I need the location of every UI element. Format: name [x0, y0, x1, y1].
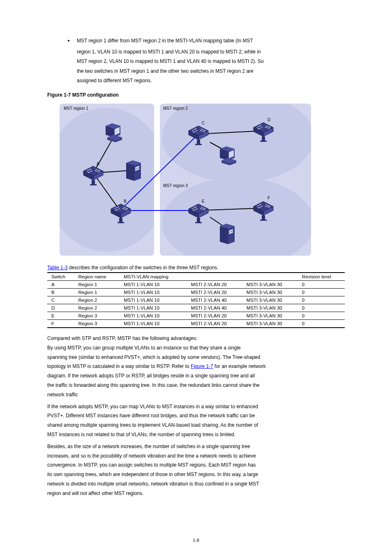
bullet-line: MST region 1 differ from MST region 2 in… — [77, 38, 253, 44]
para-text: topology in MSTP is calculated in a way … — [47, 363, 191, 369]
para-line: shared among multiple spanning trees to … — [47, 421, 345, 430]
svg-line-16 — [93, 173, 120, 210]
para-line: MST instances is not related to that of … — [47, 430, 345, 439]
para-line: topology in MSTP is calculated in a way … — [47, 362, 345, 371]
table-header-row: Switch Region name MSTI-VLAN mapping Rev… — [47, 273, 345, 281]
bullet-line: assigned to different MST regions. — [77, 77, 345, 85]
para-line: convergence. In MSTP, you can assign swi… — [47, 460, 345, 470]
para-line: PVST+. Different MST instances have diff… — [47, 411, 345, 421]
table-caption-text: describes the configuration of the switc… — [67, 265, 218, 271]
table-caption: Table 1-3 describes the configuration of… — [47, 265, 345, 271]
para-line: network traffic — [47, 390, 345, 400]
switch-b-icon — [111, 204, 131, 223]
para-line: the traffic is forwarded along this span… — [47, 381, 345, 390]
bullet-line: the two switches in MST region 1 and the… — [77, 67, 345, 75]
para-line: region and will not affect other MST reg… — [47, 489, 345, 498]
label-region3: MST region 3 — [163, 183, 188, 188]
para-line: By using MSTP, you can group multiple VL… — [47, 343, 345, 353]
config-table: Switch Region name MSTI-VLAN mapping Rev… — [47, 272, 345, 328]
body-paragraphs: Compared with STP and RSTP, MSTP has the… — [47, 334, 345, 498]
switch-d-icon — [254, 123, 273, 142]
switch-c-icon — [189, 126, 208, 145]
computer-r1-icon — [106, 123, 122, 142]
label-f: F — [267, 196, 270, 200]
figure-link[interactable]: Figure 1-7 — [191, 363, 213, 369]
label-c: C — [202, 121, 205, 125]
table-row: FRegion 3MSTI 1-VLAN 10MSTI 2-VLAN 20MST… — [47, 319, 345, 328]
table-row: ERegion 3MSTI 1-VLAN 10MSTI 2-VLAN 20MST… — [47, 312, 345, 319]
para-line: diagram. If the network adopts STP or RS… — [47, 371, 345, 381]
para-line: increases, and so is the possibility of … — [47, 451, 345, 461]
th-mapping: MSTI-VLAN mapping — [120, 273, 187, 281]
table-row: BRegion 1MSTI 1-VLAN 10MSTI 2-VLAN 20MST… — [47, 288, 345, 296]
server-r1-icon — [126, 160, 141, 181]
th-switch: Switch — [47, 273, 74, 281]
figure-caption: Figure 1-7 MSTP configuration — [47, 92, 345, 98]
label-d: D — [267, 118, 270, 122]
label-a: A — [97, 162, 99, 166]
table-row: ARegion 1MSTI 1-VLAN 10MSTI 2-VLAN 20MST… — [47, 280, 345, 288]
bullet-line: region 1, VLAN 10 is mapped to MSTI 1 an… — [77, 48, 345, 56]
label-b: B — [124, 199, 127, 204]
para-line: spanning tree (similar to enhanced PVST+… — [47, 353, 345, 362]
server-r3-icon — [220, 224, 235, 244]
th-blank1 — [187, 273, 242, 281]
table-row: CRegion 2MSTI 1-VLAN 10MSTI 2-VLAN 40MST… — [47, 296, 345, 304]
network-diagram: A B C D E F MST region 1 MST region 2 MS… — [47, 101, 345, 257]
th-blank2 — [242, 273, 298, 281]
th-rev: Revision level — [298, 273, 345, 281]
switch-e-icon — [189, 204, 208, 223]
para-line: Besides, as the size of a network increa… — [47, 442, 345, 451]
diagram-svg — [47, 101, 343, 258]
mst-region-diff-bullet: MST region 1 differ from MST region 2 in… — [68, 37, 345, 45]
label-region1: MST region 1 — [64, 106, 88, 111]
para-line: If the network adopts MSTP, you can map … — [47, 402, 345, 412]
th-region: Region name — [74, 273, 120, 281]
table-row: DRegion 2MSTI 1-VLAN 10MSTI 2-VLAN 40MST… — [47, 304, 345, 312]
table-link[interactable]: Table 1-3 — [47, 265, 67, 271]
page-number: 1-8 — [0, 538, 392, 543]
para-line: Compared with STP and RSTP, MSTP has the… — [47, 334, 345, 343]
para-line: network is divided into multiple small n… — [47, 479, 345, 489]
label-e: E — [202, 199, 205, 204]
label-region2: MST region 2 — [163, 106, 188, 111]
bullet-line: MST region 2, VLAN 10 is mapped to MSTI … — [77, 58, 345, 65]
bullet-dot-icon — [68, 40, 69, 42]
computer-r2-icon — [220, 146, 236, 165]
bullet-text: MST region 1 differ from MST region 2 in… — [77, 37, 253, 45]
para-text: for an example network — [213, 363, 266, 369]
para-line: its own spanning trees, which are indepe… — [47, 470, 345, 479]
switch-f-icon — [254, 201, 273, 221]
